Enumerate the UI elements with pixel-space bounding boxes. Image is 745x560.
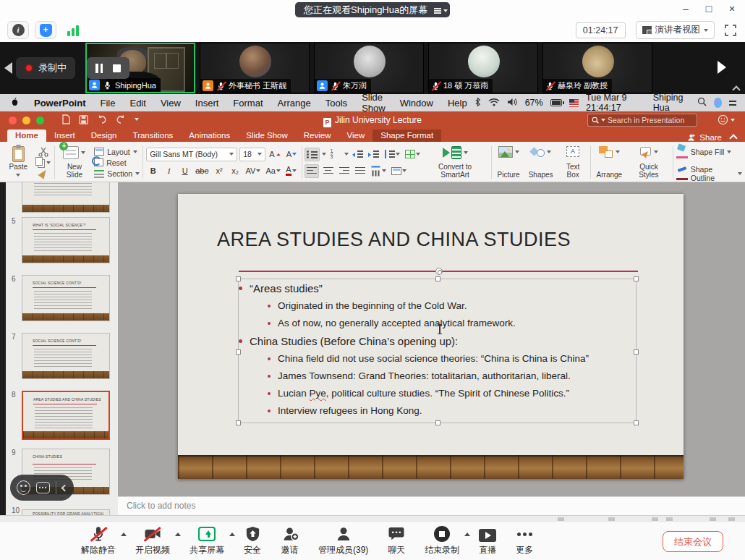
- collapse-pill-chevron-icon[interactable]: [61, 484, 69, 491]
- chat-button[interactable]: 聊天: [388, 525, 405, 556]
- start-video-button[interactable]: 开启视频: [135, 525, 170, 556]
- more-button[interactable]: 更多: [516, 525, 533, 556]
- tab-transitions[interactable]: Transitions: [125, 130, 182, 142]
- picture-button[interactable]: Picture: [495, 145, 523, 180]
- italic-button[interactable]: I: [162, 164, 176, 178]
- unmute-button[interactable]: 解除静音: [81, 525, 116, 556]
- menu-view[interactable]: View: [153, 98, 188, 109]
- pause-recording-button[interactable]: [95, 64, 103, 73]
- share-screen-button[interactable]: 共享屏幕: [190, 525, 224, 556]
- stop-recording-button[interactable]: 结束录制: [425, 525, 459, 556]
- connection-quality-button[interactable]: [62, 21, 84, 39]
- invite-button[interactable]: 邀请: [281, 525, 299, 556]
- speaker-view-button[interactable]: 演讲者视图: [636, 21, 715, 39]
- character-spacing-button[interactable]: AV: [244, 164, 263, 178]
- captions-icon[interactable]: [36, 482, 50, 493]
- tab-animations[interactable]: Animations: [181, 130, 238, 142]
- format-painter-button[interactable]: [35, 168, 51, 179]
- shape-outline-button[interactable]: Shape Outline: [676, 168, 742, 179]
- menu-format[interactable]: Format: [226, 98, 270, 109]
- menu-file[interactable]: File: [93, 98, 123, 109]
- video-options-caret[interactable]: [175, 533, 181, 536]
- participant-tile[interactable]: 外事秘书 王斯靓: [200, 43, 310, 93]
- previous-participants-arrow[interactable]: [4, 62, 12, 74]
- numbering-button[interactable]: 123: [328, 148, 342, 161]
- end-meeting-button[interactable]: 结束会议: [663, 531, 723, 552]
- change-case-button[interactable]: Aa: [264, 164, 281, 178]
- new-slide-button[interactable]: New Slide: [58, 145, 92, 180]
- superscript-button[interactable]: x²: [213, 164, 226, 178]
- slide-canvas[interactable]: AREA STUDIES AND CHINA STUDIES “Areas st…: [178, 194, 684, 479]
- font-color-button[interactable]: A: [284, 164, 298, 178]
- thumbnail-slide-8-selected[interactable]: AREA STUDIES AND CHINA STUDIES: [22, 391, 110, 440]
- thumbnail-slide-6[interactable]: SOCIAL SCIENCE CONT'D!: [22, 275, 110, 321]
- copy-button[interactable]: [35, 157, 51, 168]
- indent-button[interactable]: [367, 148, 380, 161]
- menu-tools[interactable]: Tools: [318, 98, 354, 109]
- align-center-button[interactable]: [321, 164, 335, 178]
- feedback-smiley-button[interactable]: [718, 114, 735, 125]
- tab-insert[interactable]: Insert: [46, 130, 83, 142]
- arrange-button[interactable]: Arrange: [594, 145, 626, 180]
- viewing-options-button[interactable]: [431, 2, 450, 17]
- recording-options-caret[interactable]: [464, 533, 470, 536]
- resize-handle-top-left[interactable]: [236, 276, 241, 281]
- participant-tile[interactable]: 赫泉玲 副教授: [542, 43, 652, 93]
- stop-recording-button[interactable]: [113, 64, 121, 72]
- menu-powerpoint[interactable]: PowerPoint: [27, 98, 93, 109]
- manage-participants-button[interactable]: 管理成员(39): [318, 525, 368, 556]
- menu-help[interactable]: Help: [440, 98, 474, 109]
- text-direction-button[interactable]: [369, 164, 388, 178]
- subscript-button[interactable]: x₂: [229, 164, 242, 178]
- next-participants-arrow[interactable]: [718, 61, 726, 74]
- font-name-select[interactable]: Gill Sans MT (Body): [146, 148, 237, 161]
- rotation-handle[interactable]: [435, 268, 443, 275]
- tab-slide-show[interactable]: Slide Show: [238, 130, 296, 142]
- text-box-button[interactable]: A Text Box: [559, 145, 587, 180]
- resize-handle-top-right[interactable]: [634, 276, 639, 281]
- volume-icon[interactable]: [507, 98, 518, 109]
- shrink-font-button[interactable]: A: [285, 148, 299, 161]
- tab-home[interactable]: Home: [7, 130, 46, 142]
- shapes-button[interactable]: Shapes: [526, 145, 556, 180]
- slide-title[interactable]: AREA STUDIES AND CHINA STUDIES: [217, 229, 571, 251]
- align-text-button[interactable]: [390, 164, 408, 178]
- mic-options-caret[interactable]: [121, 533, 127, 536]
- quick-styles-button[interactable]: Quick Styles: [628, 145, 670, 180]
- participant-tile[interactable]: 朱万润: [314, 43, 424, 93]
- tab-shape-format[interactable]: Shape Format: [372, 130, 441, 142]
- live-stream-button[interactable]: 直播: [479, 525, 496, 556]
- close-button[interactable]: ×: [726, 3, 738, 14]
- participant-tile[interactable]: 18 硕 万慕雨: [428, 43, 538, 93]
- reactions-emoji-icon[interactable]: [17, 480, 30, 495]
- minimize-button[interactable]: –: [680, 3, 691, 14]
- fullscreen-button[interactable]: [725, 25, 736, 36]
- bullets-button[interactable]: [305, 148, 320, 161]
- slide-bullet-list[interactable]: “Areas studies” Originated in the beginn…: [239, 282, 644, 423]
- maximize-button[interactable]: □: [703, 3, 715, 14]
- input-language-flag-icon[interactable]: [569, 99, 579, 107]
- meeting-info-button[interactable]: i: [7, 21, 29, 39]
- bold-button[interactable]: B: [146, 164, 160, 178]
- menubar-clock[interactable]: Tue Mar 9 21:44:17: [586, 93, 646, 113]
- underline-button[interactable]: U: [178, 164, 192, 178]
- share-options-caret[interactable]: [229, 533, 235, 536]
- encryption-shield-button[interactable]: +: [35, 21, 56, 39]
- notification-center-icon[interactable]: [729, 101, 736, 102]
- tab-view[interactable]: View: [339, 130, 373, 142]
- layout-button[interactable]: Layout: [94, 146, 140, 157]
- presentation-search-box[interactable]: [587, 114, 697, 127]
- search-input[interactable]: [608, 116, 693, 124]
- menu-edit[interactable]: Edit: [122, 98, 153, 109]
- resize-handle-top-center[interactable]: [435, 276, 440, 281]
- apple-menu-icon[interactable]: [10, 96, 20, 109]
- line-spacing-button[interactable]: [383, 148, 401, 161]
- security-button[interactable]: 安全: [244, 525, 261, 556]
- wifi-icon[interactable]: [488, 98, 500, 109]
- font-size-select[interactable]: 18: [239, 148, 265, 161]
- cut-button[interactable]: [35, 146, 51, 157]
- justify-button[interactable]: [353, 164, 367, 178]
- thumbnail-slide-7[interactable]: SOCIAL SCIENCE CONT'D!: [22, 333, 110, 379]
- tab-design[interactable]: Design: [83, 130, 125, 142]
- menu-arrange[interactable]: Arrange: [271, 98, 318, 109]
